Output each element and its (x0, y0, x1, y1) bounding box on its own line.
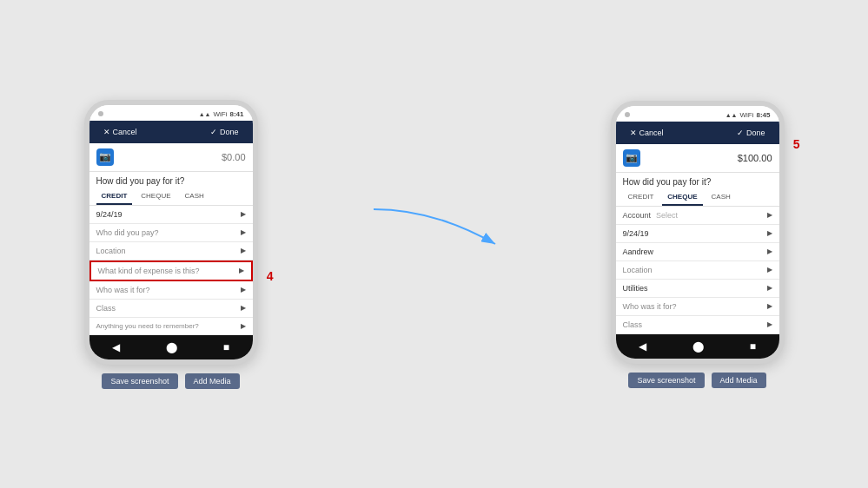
right-class-arrow: ▶ (767, 320, 772, 328)
right-done-button[interactable]: ✓ Done (737, 129, 765, 137)
right-date-arrow: ▶ (767, 229, 772, 237)
left-field-notes[interactable]: Anything you need to remember? ▶ (89, 318, 253, 335)
left-status-bar: ▲▲ WiFi 8:41 (199, 110, 244, 118)
right-done-icon: ✓ (737, 129, 744, 137)
right-how-pay-label: How did you pay for it? (616, 173, 779, 189)
right-tab-cash[interactable]: CASH (706, 189, 736, 206)
right-bottom-bar: ◀ ⬤ ■ (616, 334, 779, 359)
right-field-date[interactable]: 9/24/19 ▶ (616, 225, 779, 243)
left-field-class[interactable]: Class ▶ (89, 300, 253, 318)
right-nav-back[interactable]: ◀ (639, 340, 646, 353)
right-location-arrow: ▶ (767, 266, 772, 274)
left-camera-icon[interactable]: 📷 (96, 148, 114, 166)
right-phone-wrapper: 5 ▲▲ WiFi 8:45 ✕ Cancel ✓ Done (611, 101, 785, 388)
left-save-screenshot-button[interactable]: Save screenshot (102, 373, 177, 389)
left-amount-input[interactable] (119, 152, 246, 162)
left-tab-credit[interactable]: CREDIT (96, 188, 133, 205)
right-field-who[interactable]: Aandrew ▶ (616, 243, 779, 261)
left-how-pay-label: How did you pay for it? (89, 172, 253, 188)
left-payment-tabs: CREDIT CHEQUE CASH (89, 188, 253, 206)
right-account-row[interactable]: Account Select ▶ (616, 207, 779, 225)
left-location-placeholder: Location (96, 247, 126, 255)
left-time: 8:41 (229, 110, 243, 118)
right-phone-buttons: Save screenshot Add Media (628, 373, 765, 388)
right-cancel-button[interactable]: ✕ Cancel (630, 129, 664, 137)
left-nav-home[interactable]: ⬤ (166, 341, 177, 353)
left-cancel-button[interactable]: ✕ Cancel (103, 128, 137, 136)
right-utilities-arrow: ▶ (767, 284, 772, 292)
left-phone: ▲▲ WiFi 8:41 ✕ Cancel ✓ Done (84, 100, 258, 365)
left-speaker (98, 111, 103, 116)
badge-4: 4 (267, 269, 274, 283)
right-class-placeholder: Class (623, 320, 643, 329)
right-nav-recent[interactable]: ■ (750, 340, 756, 353)
left-tab-cash[interactable]: CASH (180, 188, 209, 205)
right-payment-tabs: CREDIT CHEQUE CASH (616, 189, 779, 207)
right-field-class[interactable]: Class ▶ (616, 316, 779, 334)
left-who-arrow: ▶ (241, 228, 246, 236)
right-field-utilities[interactable]: Utilities ▶ (616, 280, 779, 298)
right-location-placeholder: Location (623, 266, 653, 274)
right-speaker (625, 112, 630, 117)
left-expense-placeholder: What kind of expense is this? (98, 267, 200, 275)
left-field-date[interactable]: 9/24/19 ▶ (89, 206, 253, 224)
right-who-arrow: ▶ (767, 247, 772, 255)
right-date-value: 9/24/19 (623, 229, 649, 238)
left-phone-body: 📷 How did you pay for it? CREDIT CHEQUE … (89, 143, 253, 335)
left-action-bar: ✕ Cancel ✓ Done (89, 121, 253, 143)
left-tab-cheque[interactable]: CHEQUE (136, 188, 176, 205)
right-signal-icon: ▲▲ (726, 112, 738, 118)
right-tab-cheque[interactable]: CHEQUE (662, 189, 702, 206)
right-phone: ▲▲ WiFi 8:45 ✕ Cancel ✓ Done (611, 101, 785, 364)
center-connector (356, 192, 513, 296)
left-phone-top-bar: ▲▲ WiFi 8:41 (89, 105, 253, 121)
right-camera-icon[interactable]: 📷 (623, 149, 640, 167)
connecting-arrow-svg (356, 192, 513, 296)
right-save-screenshot-button[interactable]: Save screenshot (628, 373, 704, 388)
right-whofor-placeholder: Who was it for? (623, 302, 677, 311)
left-field-who[interactable]: Who did you pay? ▶ (89, 224, 253, 242)
right-whofor-arrow: ▶ (767, 302, 772, 310)
left-signal-icon: ▲▲ (199, 111, 211, 117)
left-field-location[interactable]: Location ▶ (89, 242, 253, 260)
right-amount-input[interactable] (646, 153, 772, 163)
left-nav-back[interactable]: ◀ (112, 341, 120, 353)
left-notes-arrow: ▶ (241, 322, 246, 330)
left-whofor-placeholder: Who was it for? (96, 286, 150, 294)
left-phone-wrapper: 4 ▲▲ WiFi 8:41 ✕ Cancel ✓ Done (84, 100, 258, 389)
left-amount-row: 📷 (89, 143, 253, 172)
right-tab-credit[interactable]: CREDIT (623, 189, 659, 206)
left-field-expense[interactable]: What kind of expense is this? ▶ (89, 260, 253, 281)
left-phone-container: ▲▲ WiFi 8:41 ✕ Cancel ✓ Done (84, 100, 258, 389)
left-date-arrow: ▶ (241, 210, 246, 218)
left-nav-recent[interactable]: ■ (223, 341, 229, 353)
left-done-button[interactable]: ✓ Done (210, 128, 239, 136)
right-account-arrow: ▶ (767, 211, 772, 219)
left-cancel-label: Cancel (113, 128, 137, 136)
left-who-placeholder: Who did you pay? (96, 228, 159, 237)
right-phone-container: ▲▲ WiFi 8:45 ✕ Cancel ✓ Done (611, 101, 785, 388)
left-phone-buttons: Save screenshot Add Media (102, 373, 239, 389)
right-nav-home[interactable]: ⬤ (692, 340, 704, 353)
left-add-media-button[interactable]: Add Media (185, 373, 240, 389)
left-done-icon: ✓ (210, 128, 217, 136)
right-account-select: Select (656, 211, 678, 220)
right-add-media-button[interactable]: Add Media (712, 373, 766, 388)
right-action-bar: ✕ Cancel ✓ Done (616, 122, 779, 144)
left-bottom-bar: ◀ ⬤ ■ (89, 335, 253, 359)
right-cancel-label: Cancel (639, 129, 664, 137)
left-date-value: 9/24/19 (96, 210, 123, 219)
right-field-location[interactable]: Location ▶ (616, 261, 779, 280)
right-account-label: Account (623, 211, 652, 220)
left-location-arrow: ▶ (241, 247, 246, 254)
right-status-bar: ▲▲ WiFi 8:45 (726, 111, 771, 119)
badge-5: 5 (793, 137, 800, 151)
left-cancel-icon: ✕ (103, 128, 110, 136)
left-expense-arrow: ▶ (239, 267, 244, 274)
left-wifi-icon: WiFi (213, 110, 227, 118)
left-whofor-arrow: ▶ (241, 286, 246, 293)
left-field-whofor[interactable]: Who was it for? ▶ (89, 281, 253, 300)
left-class-arrow: ▶ (241, 304, 246, 312)
right-phone-body: 📷 How did you pay for it? CREDIT CHEQUE … (616, 144, 779, 334)
right-field-whofor[interactable]: Who was it for? ▶ (616, 298, 779, 316)
